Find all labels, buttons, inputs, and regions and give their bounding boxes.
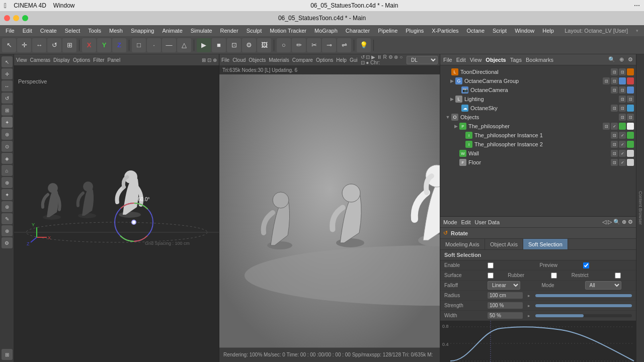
render-to-pic-btn[interactable]: 🖼 xyxy=(257,38,271,52)
sidebar-btn-bottom[interactable]: ⊞ xyxy=(2,349,13,360)
obj-philosopher-inst1[interactable]: I The_philosopher Instance 1 ⊡ ✓ xyxy=(440,131,636,140)
sidebar-btn-1[interactable]: ↖ xyxy=(2,56,13,67)
sidebar-btn-11[interactable]: ⊕ xyxy=(2,177,13,188)
obj-ctrl-obj1[interactable]: ⊡ xyxy=(619,114,626,121)
rotate-tool[interactable]: ↺ xyxy=(47,38,61,52)
render-canvas[interactable]: Rendering: 100% Ms/sec: 0 Time: 00 : 00 … xyxy=(219,74,440,362)
obj-ctrl-phmat2[interactable] xyxy=(627,123,634,130)
menu-edit[interactable]: Edit xyxy=(19,27,36,35)
play-btn[interactable]: ▶ xyxy=(197,38,211,52)
obj-ctrl-l2[interactable]: ⊡ xyxy=(627,96,634,103)
restrict-checkbox[interactable] xyxy=(615,273,621,279)
scale-tool[interactable]: ↔ xyxy=(32,38,46,52)
menu-snapping[interactable]: Snapping xyxy=(127,27,158,35)
point-mode-btn[interactable]: · xyxy=(147,38,161,52)
apple-menu[interactable]:  xyxy=(4,2,7,10)
obj-ctrl-ph1[interactable]: ⊡ xyxy=(603,123,610,130)
vp-filter[interactable]: Filter xyxy=(93,57,104,63)
obj-ctrl-vis1[interactable]: ⊡ xyxy=(611,68,618,75)
obj-ctrl-sky1[interactable]: ⊡ xyxy=(611,105,618,112)
obj-ctrl-pi1mat[interactable] xyxy=(627,132,634,139)
sidebar-btn-15[interactable]: ⊕ xyxy=(2,225,13,236)
tab-object-axis[interactable]: Object Axis xyxy=(485,239,523,249)
axis-x[interactable]: X xyxy=(82,38,96,52)
render-settings-btn[interactable]: ⚙ xyxy=(242,38,256,52)
obj-ctrl-obj2[interactable]: ⊡ xyxy=(627,114,634,121)
mode-select-tool[interactable]: ↖ xyxy=(2,38,16,52)
rubber-checkbox[interactable] xyxy=(551,273,557,279)
menu-script[interactable]: Script xyxy=(489,27,510,35)
obj-ctrl-f1[interactable]: ⊡ xyxy=(611,159,618,166)
object-mode-btn[interactable]: □ xyxy=(132,38,146,52)
obj-toondirectional[interactable]: L ToonDirectional ⊡ ⊡ xyxy=(440,67,636,76)
render-region-btn[interactable]: ⊡ xyxy=(227,38,241,52)
menu-tools[interactable]: Tools xyxy=(85,27,105,35)
obj-octanecamera[interactable]: 📷 OctaneCamera ⊡ ⊡ xyxy=(440,85,636,95)
vp-display[interactable]: Display xyxy=(53,57,70,63)
obj-ctrl-cammat[interactable] xyxy=(627,86,634,94)
menu-octane[interactable]: Octane xyxy=(463,27,488,35)
menu-sculpt[interactable]: Sculpt xyxy=(243,27,266,35)
obj-ctrl-ph2[interactable]: ✓ xyxy=(611,123,618,130)
menu-simulate[interactable]: Simulate xyxy=(187,27,216,35)
obj-ctrl-fmat[interactable] xyxy=(627,159,634,166)
falloff-dropdown[interactable]: Linear Smooth Sharp xyxy=(488,281,520,290)
menu-character[interactable]: Character xyxy=(342,27,373,35)
sidebar-btn-7[interactable]: ⊛ xyxy=(2,129,13,140)
vp-view[interactable]: View xyxy=(16,57,27,63)
strength-slider[interactable] xyxy=(535,304,632,307)
sidebar-btn-2[interactable]: ✛ xyxy=(2,68,13,79)
obj-ctrl-pi22[interactable]: ✓ xyxy=(619,141,626,148)
sidebar-btn-13[interactable]: ⊛ xyxy=(2,201,13,212)
obj-ctrl-cam2[interactable]: ⊡ xyxy=(619,86,626,94)
obj-floor[interactable]: F Floor ⊡ ✓ xyxy=(440,158,636,167)
obj-objects-group[interactable]: ▼ O Objects ⊡ ⊡ xyxy=(440,113,636,122)
obj-ctrl-wmat[interactable] xyxy=(627,150,634,157)
om-bookmarks[interactable]: Bookmarks xyxy=(526,57,553,63)
menu-select[interactable]: Select xyxy=(61,27,84,35)
obj-ctrl-l1[interactable]: ⊡ xyxy=(619,96,626,103)
rt-options[interactable]: Options xyxy=(316,57,333,63)
rt-file[interactable]: File xyxy=(221,57,229,63)
menu-window[interactable]: Window xyxy=(511,27,538,35)
sidebar-btn-16[interactable]: ⚙ xyxy=(2,237,13,248)
menu-motion[interactable]: Motion Tracker xyxy=(266,27,310,35)
vp-cameras[interactable]: Cameras xyxy=(30,57,51,63)
obj-ctrl-w2[interactable]: ✓ xyxy=(619,150,626,157)
obj-ctrl-phmat[interactable] xyxy=(619,123,626,130)
close-button[interactable] xyxy=(4,15,10,21)
enable-checkbox[interactable] xyxy=(488,262,494,268)
am-mode[interactable]: Mode xyxy=(443,219,457,225)
vp-panel[interactable]: Panel xyxy=(108,57,121,63)
obj-octanesky[interactable]: ☁ OctaneSky ⊡ ⊡ xyxy=(440,104,636,113)
obj-ctrl-skymat[interactable] xyxy=(627,105,634,112)
sidebar-btn-8[interactable]: ⊙ xyxy=(2,141,13,152)
window-icon[interactable]: ⋯ xyxy=(634,2,640,9)
app-name[interactable]: CINEMA 4D xyxy=(14,2,46,9)
obj-ctrl-mat[interactable] xyxy=(627,68,634,75)
light-icon[interactable]: 💡 xyxy=(357,38,371,52)
rt-objects[interactable]: Objects xyxy=(249,57,266,63)
attr-graph[interactable]: 0.8 0.4 xyxy=(440,321,636,362)
obj-ctrl-pi2mat[interactable] xyxy=(627,141,634,148)
window-menu[interactable]: Window xyxy=(53,2,75,9)
sidebar-btn-5[interactable]: ⊞ xyxy=(2,105,13,116)
knife-btn[interactable]: ✂ xyxy=(307,38,321,52)
obj-octane-cam-group[interactable]: ▶ G OctaneCamera Group ⊡ ⊡ xyxy=(440,76,636,85)
tab-soft-selection[interactable]: Soft Selection xyxy=(523,239,568,249)
menu-help[interactable]: Help xyxy=(539,27,557,35)
sidebar-btn-6[interactable]: ✦ xyxy=(2,117,13,128)
obj-ctrl-vis2[interactable]: ⊡ xyxy=(619,68,626,75)
om-tags[interactable]: Tags xyxy=(510,57,522,63)
maximize-button[interactable] xyxy=(22,15,28,21)
menu-create[interactable]: Create xyxy=(37,27,60,35)
vp-options[interactable]: Options xyxy=(73,57,90,63)
menu-render[interactable]: Render xyxy=(217,27,242,35)
mirror-btn[interactable]: ⇌ xyxy=(337,38,351,52)
sidebar-btn-12[interactable]: ✦ xyxy=(2,189,13,200)
obj-ctrl-pi12[interactable]: ✓ xyxy=(619,132,626,139)
magnet-btn[interactable]: ⊸ xyxy=(322,38,336,52)
menu-plugins[interactable]: Plugins xyxy=(402,27,427,35)
sidebar-btn-3[interactable]: ↔ xyxy=(2,80,13,92)
menu-file[interactable]: File xyxy=(2,27,18,35)
